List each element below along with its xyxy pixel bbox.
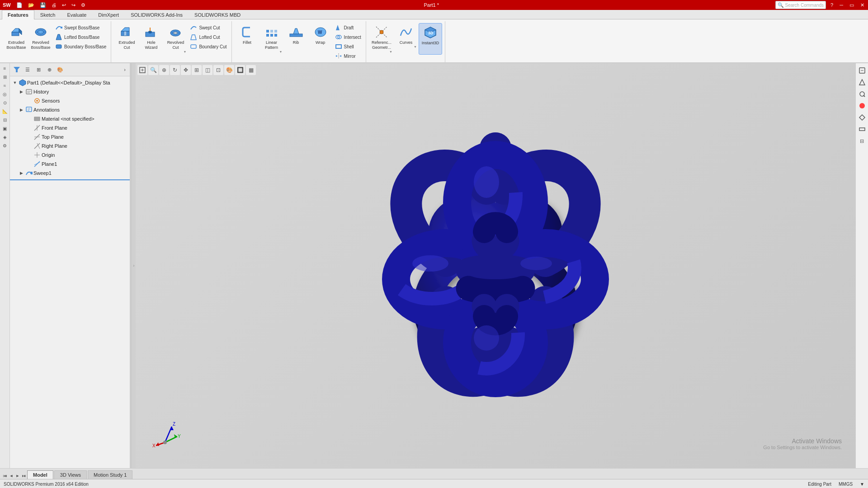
new-btn[interactable]: 📄 — [14, 2, 24, 8]
tree-material[interactable]: ▶ Material <not specified> — [10, 114, 132, 123]
left-icon-6[interactable]: 📐 — [1, 107, 9, 115]
left-icon-1[interactable]: ≡ — [1, 64, 9, 72]
scroll-next-btn[interactable]: ► — [14, 473, 21, 479]
scroll-last-btn[interactable]: ⏭ — [21, 473, 27, 479]
left-icon-5[interactable]: ⊙ — [1, 99, 9, 107]
right-sidebar-btn-3[interactable] — [857, 89, 868, 99]
tags-btn[interactable]: ⊕ — [44, 65, 54, 75]
view-orient-btn[interactable]: 🔲 — [235, 65, 245, 75]
rotate-btn[interactable]: ↻ — [170, 65, 180, 75]
root-expand[interactable]: ▼ — [12, 80, 18, 86]
sweep1-expand[interactable]: ▶ — [18, 170, 24, 176]
extruded-boss-button[interactable]: ExtrudedBoss/Base — [5, 23, 28, 55]
color-btn[interactable]: 🎨 — [55, 65, 65, 75]
extruded-cut-button[interactable]: ExtrudedCut — [115, 23, 138, 55]
open-btn[interactable]: 📂 — [26, 2, 36, 8]
tree-sweep1[interactable]: ▶ Sweep1 — [10, 169, 132, 178]
rib-button[interactable]: Rib — [284, 23, 308, 55]
curves-button[interactable]: Curves ▼ — [394, 23, 418, 55]
tree-plane1[interactable]: ▶ Plane1 — [10, 160, 132, 169]
left-icon-4[interactable]: ◎ — [1, 90, 9, 98]
display-mode-btn[interactable]: ◫ — [203, 65, 212, 75]
tab-sketch[interactable]: Sketch — [34, 10, 61, 19]
sidebar-resize-handle[interactable] — [130, 63, 132, 468]
tree-view-btn[interactable]: ☰ — [23, 65, 33, 75]
close-btn[interactable]: ✕ — [859, 2, 866, 8]
tab-mbd[interactable]: SOLIDWORKS MBD — [189, 10, 246, 19]
scroll-first-btn[interactable]: ⏮ — [2, 473, 8, 479]
revolved-cut-button[interactable]: RevolvedCut ▼ — [164, 23, 187, 56]
collapse-sidebar-btn[interactable]: › — [120, 65, 130, 75]
history-expand[interactable]: ▶ — [18, 89, 24, 95]
fillet-button[interactable]: Fillet — [236, 23, 259, 55]
options-btn[interactable]: ⚙ — [79, 2, 87, 8]
viewport[interactable]: 🔍 ⊕ ↻ ✥ ⊞ ◫ ⊡ 🎨 🔲 ▦ — [136, 63, 855, 468]
wrap-button[interactable]: W Wrap — [309, 23, 332, 55]
tab-motion-study-1[interactable]: Motion Study 1 — [88, 470, 132, 479]
units-dropdown[interactable]: ▼ — [860, 482, 864, 487]
right-sidebar-btn-7[interactable]: ⊟ — [857, 136, 868, 146]
minimize-btn[interactable]: ─ — [838, 2, 845, 8]
tree-right-plane[interactable]: ▶ Right Plane — [10, 141, 132, 150]
tab-3d-views[interactable]: 3D Views — [54, 470, 87, 479]
view-display-btn[interactable]: ▦ — [246, 65, 256, 75]
tab-model[interactable]: Model — [27, 470, 53, 479]
linear-pattern-dropdown[interactable]: ▼ — [279, 50, 283, 54]
annotations-expand[interactable]: ▶ — [18, 107, 24, 113]
color-btn[interactable]: 🎨 — [224, 65, 234, 75]
filter-btn[interactable] — [12, 65, 22, 75]
pan-btn[interactable]: ✥ — [181, 65, 191, 75]
right-sidebar-btn-1[interactable] — [857, 65, 868, 76]
left-icon-9[interactable]: ◈ — [1, 133, 9, 141]
tab-evaluate[interactable]: Evaluate — [61, 10, 93, 19]
shell-button[interactable]: Shell — [333, 42, 363, 51]
zoom-area-btn[interactable]: 🔍 — [148, 65, 158, 75]
draft-button[interactable]: Draft — [333, 23, 363, 32]
left-icon-2[interactable]: ⊞ — [1, 73, 9, 81]
normal-to-btn[interactable]: ⊞ — [192, 65, 202, 75]
right-sidebar-btn-2[interactable] — [857, 77, 868, 88]
lofted-cut-button[interactable]: Lofted Cut — [188, 33, 228, 42]
undo-btn[interactable]: ↩ — [60, 2, 68, 8]
left-icon-8[interactable]: ▣ — [1, 124, 9, 132]
linear-pattern-button[interactable]: LinearPattern ▼ — [260, 23, 283, 56]
tree-history[interactable]: ▶ History — [10, 87, 132, 96]
revolved-cut-dropdown[interactable]: ▼ — [183, 50, 186, 54]
scroll-prev-btn[interactable]: ◄ — [8, 473, 14, 479]
intersect-button[interactable]: Intersect — [333, 33, 363, 42]
sidebar-collapse-handle[interactable]: › — [132, 63, 136, 468]
lofted-boss-button[interactable]: Lofted Boss/Base — [53, 33, 108, 42]
flat-view-btn[interactable]: ⊞ — [33, 65, 43, 75]
save-btn[interactable]: 💾 — [38, 2, 48, 8]
hole-wizard-button[interactable]: HoleWizard — [139, 23, 163, 55]
left-icon-10[interactable]: ⚙ — [1, 141, 9, 150]
tree-origin[interactable]: ▶ Origin — [10, 150, 132, 160]
tree-root[interactable]: ▼ Part1 (Default<<Default>_Display Sta — [10, 78, 132, 87]
right-sidebar-btn-5[interactable] — [857, 112, 868, 123]
tree-top-plane[interactable]: ▶ Top Plane — [10, 132, 132, 141]
zoom-fit-btn[interactable] — [137, 65, 147, 75]
boundary-boss-button[interactable]: Boundary Boss/Base — [53, 42, 108, 51]
redo-btn[interactable]: ↪ — [70, 2, 77, 8]
section-btn[interactable]: ⊡ — [213, 65, 223, 75]
print-btn[interactable]: 🖨 — [50, 2, 58, 8]
reference-geometry-button[interactable]: Referenc...Geometr... ▼ — [370, 23, 393, 56]
right-sidebar-btn-4[interactable] — [857, 100, 868, 111]
left-icon-3[interactable]: ≈ — [1, 81, 9, 89]
zoom-in-btn[interactable]: ⊕ — [159, 65, 169, 75]
tree-front-plane[interactable]: ▶ Front Plane — [10, 123, 132, 132]
search-bar[interactable]: 🔍 Search Commands — [775, 1, 826, 9]
revolved-boss-button[interactable]: RevolvedBoss/Base — [29, 23, 52, 55]
instant3d-button[interactable]: 3D Instant3D — [419, 23, 442, 55]
curves-dropdown[interactable]: ▼ — [414, 45, 417, 49]
restore-btn[interactable]: ▭ — [848, 2, 856, 8]
left-icon-7[interactable]: ⊟ — [1, 116, 9, 124]
help-btn[interactable]: ? — [829, 2, 835, 8]
tree-sensors[interactable]: ▶ Sensors — [10, 96, 132, 105]
reference-geometry-dropdown[interactable]: ▼ — [389, 50, 392, 54]
mirror-button[interactable]: Mirror — [333, 52, 363, 61]
swept-cut-button[interactable]: Swept Cut — [188, 23, 228, 32]
tree-annotations[interactable]: ▶ Annotations — [10, 105, 132, 114]
swept-boss-button[interactable]: Swept Boss/Base — [53, 23, 108, 32]
tab-features[interactable]: Features — [2, 10, 34, 19]
